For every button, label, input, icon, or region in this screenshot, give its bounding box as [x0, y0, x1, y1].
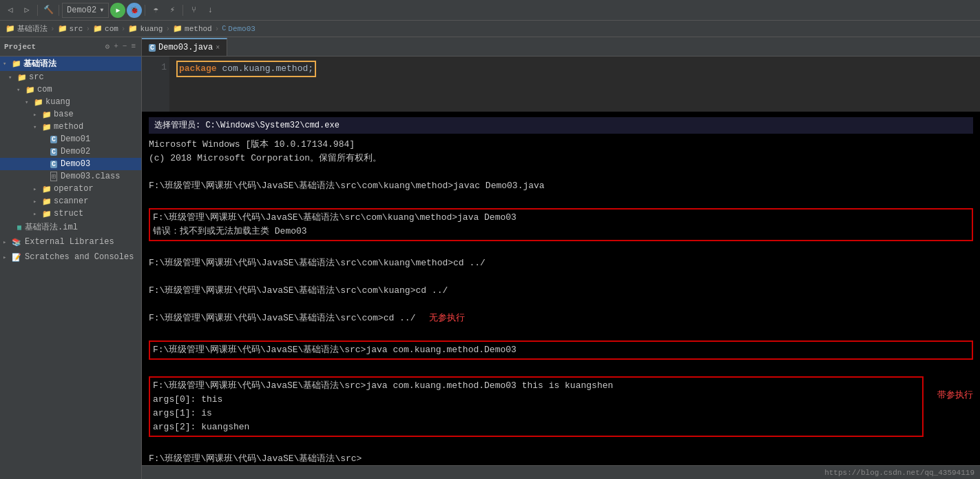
tree-arrow-scratches — [3, 254, 10, 261]
status-bar: https://blog.csdn.net/qq_43594119 — [142, 465, 980, 479]
sidebar-plus-icon[interactable]: + — [112, 41, 120, 52]
breadcrumb-label-com: com — [105, 25, 118, 33]
term-line-14 — [149, 438, 973, 452]
tree-base-label: base — [54, 110, 74, 119]
breadcrumb-kuang[interactable]: 📁 kuang — [128, 24, 163, 33]
folder-icon-4: 📁 — [128, 24, 138, 33]
operator-folder-icon: 📁 — [42, 185, 52, 194]
code-content[interactable]: package com.kuang.method; — [169, 57, 980, 112]
tree-demo02-label: Demo02 — [61, 147, 90, 156]
breadcrumb-com[interactable]: 📁 com — [93, 24, 118, 33]
run-button[interactable]: ▶ — [110, 3, 125, 18]
tree-demo03-label: Demo03 — [61, 159, 90, 169]
tree-root-item[interactable]: 📁 基础语法 — [0, 57, 141, 71]
struct-folder-icon: 📁 — [42, 210, 52, 218]
breadcrumb-sep-2: › — [85, 25, 90, 33]
com-folder-icon: 📁 — [25, 85, 35, 94]
terminal-run-box: F:\班级管理\网课班\代码\JavaSE\基础语法\src>java com.… — [149, 340, 973, 360]
tree-demo02[interactable]: C Demo02 — [0, 145, 141, 158]
iml-icon: ▦ — [17, 223, 21, 232]
terminal-content[interactable]: 选择管理员: C:\Windows\System32\cmd.exe Micro… — [142, 112, 980, 465]
breadcrumb-sep-1: › — [50, 25, 55, 33]
tab-close-icon[interactable]: × — [216, 44, 220, 52]
term-box3-line2: args[0]: this — [153, 393, 919, 407]
build-button[interactable]: 🔨 — [41, 3, 56, 18]
tree-kuang[interactable]: 📁 kuang — [0, 96, 141, 108]
term-line-4: F:\班级管理\网课班\代码\JavaSE\基础语法\src\com\kuang… — [149, 179, 973, 193]
scanner-folder-icon: 📁 — [42, 197, 52, 206]
class-file-icon: ⊞ — [50, 172, 57, 181]
tree-operator-label: operator — [54, 184, 94, 194]
tree-demo03-class[interactable]: ⊞ Demo03.class — [0, 170, 141, 183]
folder-icon-3: 📁 — [93, 24, 103, 33]
tree-src[interactable]: 📁 src — [0, 71, 141, 83]
update-button[interactable]: ↓ — [202, 3, 218, 18]
tab-demo03[interactable]: C Demo03.java × — [142, 38, 227, 56]
back-button[interactable]: ◁ — [3, 3, 18, 18]
breadcrumb-label-method: method — [185, 25, 212, 33]
terminal-title-text: 选择管理员: C:\Windows\System32\cmd.exe — [154, 121, 340, 130]
external-libs-label: External Libraries — [25, 237, 114, 247]
demo01-java-icon: C — [50, 136, 57, 143]
tab-bar: C Demo03.java × — [142, 37, 980, 57]
line-number-1: 1 — [145, 61, 167, 74]
tree-method[interactable]: 📁 method — [0, 121, 141, 133]
run-config-dropdown[interactable]: Demo02 ▾ — [62, 3, 109, 18]
breadcrumb-label-root: 基础语法 — [17, 23, 48, 34]
sidebar-minus-icon[interactable]: − — [121, 41, 129, 52]
tree-struct[interactable]: 📁 struct — [0, 207, 141, 220]
tree-arrow-src — [8, 74, 15, 81]
editor-area: C Demo03.java × 1 package com.kuang.meth… — [142, 37, 980, 479]
coverage-button[interactable]: ☂ — [148, 3, 163, 18]
breadcrumb-root[interactable]: 📁 基础语法 — [6, 23, 48, 34]
terminal-area: 选择管理员: C:\Windows\System32\cmd.exe Micro… — [142, 112, 980, 465]
tree-demo03[interactable]: C Demo03 — [0, 158, 141, 170]
tree-scratches[interactable]: 📝 Scratches and Consoles — [0, 249, 141, 265]
tree-external-libs[interactable]: 📚 External Libraries — [0, 234, 141, 249]
folder-icon-5: 📁 — [173, 24, 183, 33]
src-folder-icon: 📁 — [17, 73, 27, 82]
term-box2-line1: F:\班级管理\网课班\代码\JavaSE\基础语法\src>java com.… — [153, 343, 969, 357]
term-box3-line1: F:\班级管理\网课班\代码\JavaSE\基础语法\src>java com.… — [153, 379, 919, 393]
sidebar-header: Project ⚙ + − ≡ — [0, 37, 141, 57]
tree-arrow-kuang — [25, 99, 32, 106]
code-highlighted-block: package com.kuang.method; — [176, 61, 316, 77]
tree-src-label: src — [29, 72, 44, 82]
debug-button[interactable]: 🐞 — [127, 3, 142, 18]
term-line-11: F:\班级管理\网课班\代码\JavaSE\基础语法\src\com>cd ..… — [149, 312, 415, 325]
tree-arrow-method — [33, 123, 40, 131]
breadcrumb-file[interactable]: C Demo03 — [222, 25, 256, 33]
tab-java-icon: C — [149, 44, 156, 52]
terminal-args-box: F:\班级管理\网课班\代码\JavaSE\基础语法\src>java com.… — [149, 376, 924, 437]
tree-method-label: method — [54, 122, 83, 132]
vcs-button[interactable]: ⑂ — [186, 3, 201, 18]
url-text: https://blog.csdn.net/qq_43594119 — [824, 469, 974, 477]
tree-scanner[interactable]: 📁 scanner — [0, 195, 141, 207]
tree-iml[interactable]: ▦ 基础语法.iml — [0, 220, 141, 234]
main-area: Project ⚙ + − ≡ 📁 基础语法 📁 src — [0, 37, 980, 479]
tree-base[interactable]: 📁 base — [0, 108, 141, 121]
term-line-5 — [149, 193, 973, 207]
tree-demo01[interactable]: C Demo01 — [0, 133, 141, 145]
breadcrumb-method[interactable]: 📁 method — [173, 24, 212, 33]
term-line-12 — [149, 325, 973, 339]
tree-root-label: 基础语法 — [23, 58, 56, 70]
sidebar-settings-icon[interactable]: ⚙ — [104, 41, 112, 52]
tree-demo03-class-label: Demo03.class — [61, 172, 120, 181]
breadcrumb-label-file: Demo03 — [228, 25, 256, 33]
forward-button[interactable]: ▷ — [19, 3, 34, 18]
breadcrumb-label-src: src — [70, 25, 83, 33]
term-box3-line3: args[1]: is — [153, 407, 919, 420]
tree-com[interactable]: 📁 com — [0, 83, 141, 96]
tree-scanner-label: scanner — [54, 196, 88, 206]
profile-button[interactable]: ⚡ — [165, 3, 180, 18]
terminal-window-title: 选择管理员: C:\Windows\System32\cmd.exe — [149, 117, 973, 134]
tree-operator[interactable]: 📁 operator — [0, 183, 141, 195]
term-line-8 — [149, 270, 973, 284]
toolbar-separator-2 — [59, 5, 59, 16]
scratches-label: Scratches and Consoles — [25, 252, 134, 262]
breadcrumb-src[interactable]: 📁 src — [58, 24, 83, 33]
toolbar-separator-1 — [37, 5, 38, 16]
term-box3-line4: args[2]: kuangshen — [153, 420, 919, 434]
sidebar-gear-icon[interactable]: ≡ — [129, 41, 137, 52]
